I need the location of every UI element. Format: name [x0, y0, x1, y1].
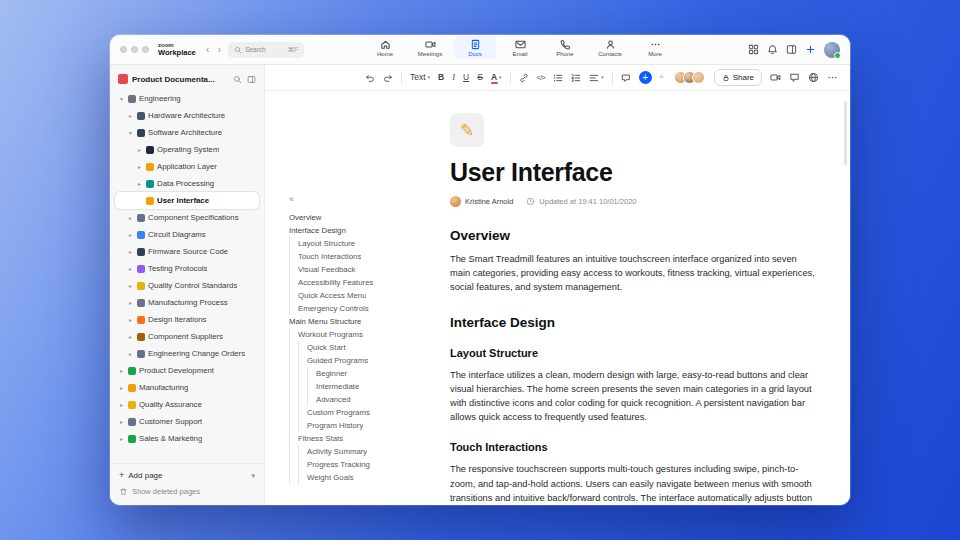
chevron-right-icon[interactable]: ▸ [127, 334, 134, 340]
bullet-list-button[interactable] [553, 73, 563, 83]
sidebar-search-icon[interactable] [233, 75, 242, 84]
comment-button[interactable] [621, 73, 631, 83]
chevron-right-icon[interactable]: ▸ [127, 283, 134, 289]
chevron-right-icon[interactable]: ▸ [127, 317, 134, 323]
sidebar-item-quality-control-standards[interactable]: ▸Quality Control Standards [115, 277, 259, 294]
sidebar-item-user-interface[interactable]: User Interface [115, 192, 259, 209]
collaborator-avatar-3[interactable] [692, 71, 705, 84]
outline-item-advanced[interactable]: Advanced [289, 393, 436, 406]
show-deleted-pages-button[interactable]: Show deleted pages [119, 487, 255, 496]
tab-phone[interactable]: Phone [544, 36, 586, 59]
chevron-right-icon[interactable]: ▸ [118, 419, 125, 425]
document-title[interactable]: User Interface [450, 159, 816, 187]
code-block-button[interactable]: </> [537, 74, 546, 81]
apps-icon[interactable] [748, 44, 759, 55]
collapse-outline-button[interactable]: « [289, 195, 436, 204]
add-page-button[interactable]: + Add page ▾ [119, 471, 255, 480]
text-color-button[interactable]: A▾ [491, 73, 502, 82]
outline-item-fitness-stats[interactable]: Fitness Stats [289, 432, 436, 445]
sidebar-item-operating-system[interactable]: ▸Operating System [115, 141, 259, 158]
chevron-right-icon[interactable]: ▸ [127, 249, 134, 255]
chevron-right-icon[interactable]: ▸ [127, 215, 134, 221]
chevron-right-icon[interactable]: ▸ [127, 300, 134, 306]
sidebar-item-design-iterations[interactable]: ▸Design Iterations [115, 311, 259, 328]
outline-item-intermediate[interactable]: Intermediate [289, 380, 436, 393]
forward-button[interactable]: › [216, 44, 222, 55]
video-icon[interactable] [770, 72, 781, 83]
chevron-right-icon[interactable]: ▸ [127, 266, 134, 272]
redo-button[interactable] [383, 73, 393, 83]
sidebar-item-component-specifications[interactable]: ▸Component Specifications [115, 209, 259, 226]
maximize-window-button[interactable] [142, 46, 149, 53]
sidebar-item-component-suppliers[interactable]: ▸Component Suppliers [115, 328, 259, 345]
outline-item-visual-feedback[interactable]: Visual Feedback [289, 263, 436, 276]
outline-item-activity-summary[interactable]: Activity Summary [289, 445, 436, 458]
doc-heading-layout-structure[interactable]: Layout Structure [450, 347, 816, 359]
doc-paragraph[interactable]: The responsive touchscreen supports mult… [450, 462, 816, 505]
new-icon[interactable] [805, 44, 816, 55]
align-button[interactable]: ▾ [589, 73, 604, 83]
doc-heading-touch-interactions[interactable]: Touch Interactions [450, 441, 816, 453]
collapse-toolbar-button[interactable]: ^ [660, 74, 664, 82]
chevron-right-icon[interactable]: ▸ [136, 164, 143, 170]
outline-item-layout-structure[interactable]: Layout Structure [289, 237, 436, 250]
sidebar-item-data-processing[interactable]: ▸Data Processing [115, 175, 259, 192]
outline-item-beginner[interactable]: Beginner [289, 367, 436, 380]
more-options-icon[interactable] [827, 72, 838, 83]
chevron-down-icon[interactable]: ▾ [127, 130, 134, 136]
sidebar-item-customer-support[interactable]: ▸Customer Support [115, 413, 259, 430]
sidebar-item-sales-marketing[interactable]: ▸Sales & Marketing [115, 430, 259, 447]
outline-item-overview[interactable]: Overview [289, 211, 436, 224]
outline-item-guided-programs[interactable]: Guided Programs [289, 354, 436, 367]
global-search-input[interactable]: Search ⌘F [228, 42, 304, 58]
chevron-right-icon[interactable]: ▸ [127, 232, 134, 238]
sidebar-item-product-development[interactable]: ▸Product Development [115, 362, 259, 379]
underline-button[interactable]: U [463, 73, 469, 82]
sidebar-item-manufacturing[interactable]: ▸Manufacturing [115, 379, 259, 396]
chevron-right-icon[interactable]: ▸ [127, 351, 134, 357]
sidebar-item-testing-protocols[interactable]: ▸Testing Protocols [115, 260, 259, 277]
close-window-button[interactable] [120, 46, 127, 53]
outline-item-progress-tracking[interactable]: Progress Tracking [289, 458, 436, 471]
document-content[interactable]: ✎ User Interface Kristine Arnold Updated… [440, 91, 850, 505]
minimize-window-button[interactable] [131, 46, 138, 53]
outline-item-main-menu-structure[interactable]: Main Menu Structure [289, 315, 436, 328]
back-button[interactable]: ‹ [205, 44, 211, 55]
sidebar-item-application-layer[interactable]: ▸Application Layer [115, 158, 259, 175]
sidebar-item-engineering[interactable]: ▾Engineering [115, 90, 259, 107]
document-emoji-icon[interactable]: ✎ [450, 113, 484, 147]
sidebar-item-manufacturing-process[interactable]: ▸Manufacturing Process [115, 294, 259, 311]
outline-item-emergency-controls[interactable]: Emergency Controls [289, 302, 436, 315]
outline-item-quick-start[interactable]: Quick Start [289, 341, 436, 354]
chevron-right-icon[interactable]: ▸ [118, 385, 125, 391]
chevron-right-icon[interactable]: ▸ [118, 436, 125, 442]
tab-contacts[interactable]: Contacts [589, 36, 631, 59]
chevron-right-icon[interactable]: ▸ [127, 113, 134, 119]
scrollbar[interactable] [844, 101, 847, 165]
sidebar-item-firmware-source-code[interactable]: ▸Firmware Source Code [115, 243, 259, 260]
sidebar-item-circuit-diagrams[interactable]: ▸Circuit Diagrams [115, 226, 259, 243]
sidebar-item-engineering-change-orders[interactable]: ▸Engineering Change Orders [115, 345, 259, 362]
chat-icon[interactable] [789, 72, 800, 83]
italic-button[interactable]: I [452, 73, 455, 82]
tab-meetings[interactable]: Meetings [409, 36, 451, 59]
chevron-down-icon[interactable]: ▾ [251, 472, 255, 480]
outline-item-custom-programs[interactable]: Custom Programs [289, 406, 436, 419]
notifications-icon[interactable] [767, 44, 778, 55]
chevron-right-icon[interactable]: ▸ [136, 181, 143, 187]
bold-button[interactable]: B [438, 73, 444, 82]
workspace-header[interactable]: Product Documenta... [110, 70, 264, 89]
strikethrough-button[interactable]: S [477, 73, 483, 82]
doc-paragraph[interactable]: The Smart Treadmill features an intuitiv… [450, 252, 816, 294]
outline-item-touch-interactions[interactable]: Touch Interactions [289, 250, 436, 263]
insert-link-button[interactable] [519, 73, 529, 83]
chevron-right-icon[interactable]: ▸ [118, 368, 125, 374]
tab-home[interactable]: Home [364, 36, 406, 59]
side-panel-icon[interactable] [786, 44, 797, 55]
outline-item-workout-programs[interactable]: Workout Programs [289, 328, 436, 341]
share-button[interactable]: Share [714, 69, 762, 86]
doc-heading-overview[interactable]: Overview [450, 228, 816, 243]
tab-more[interactable]: More [634, 36, 676, 59]
collapse-sidebar-icon[interactable] [247, 75, 256, 84]
web-icon[interactable] [808, 72, 819, 83]
